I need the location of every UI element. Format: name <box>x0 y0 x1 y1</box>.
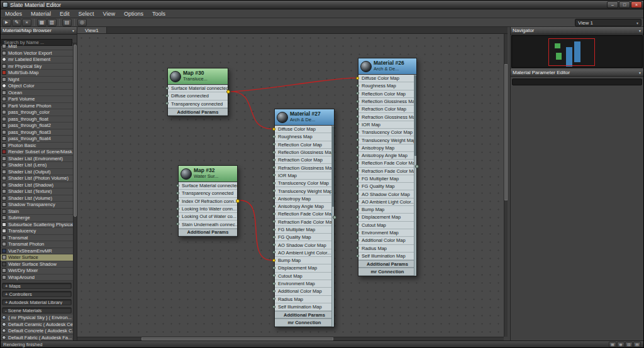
input-connector-icon[interactable] <box>272 212 275 215</box>
node-mat27[interactable]: Material #27Arch & De...Diffuse Color Ma… <box>274 109 335 327</box>
browser-item-subsurface-scattering-physical[interactable]: Subsurface Scattering Physical <box>1 222 73 229</box>
node-slot-diffuse-connected[interactable]: Diffuse connected <box>168 92 228 100</box>
browser-item-shader-list-output[interactable]: Shader List (Output) <box>1 169 73 176</box>
browser-item-shader-list-lens[interactable]: Shader List (Lens) <box>1 162 73 169</box>
browser-scrollbar-thumb[interactable] <box>74 45 77 217</box>
connection-wire[interactable] <box>231 78 355 91</box>
node-slot-fg-multiplier-map[interactable]: FG Multiplier Map <box>358 175 416 183</box>
node-slot-fg-multiplier-map[interactable]: FG Multiplier Map <box>275 226 334 234</box>
node-slot-roughness-map[interactable]: Roughness Map <box>358 82 416 90</box>
node-slot-reflection-glossiness-map[interactable]: Reflection Glossiness Map <box>358 98 416 106</box>
node-slot-translucency-color-map[interactable]: Translucency Color Map <box>358 129 416 136</box>
input-connector-icon[interactable] <box>176 215 179 218</box>
node-slot-ior-map[interactable]: IOR Map <box>358 121 416 129</box>
browser-item-object-color[interactable]: Object Color <box>1 83 73 90</box>
parameter-editor-panel-header[interactable]: Material Parameter Editor ▼ <box>511 69 643 77</box>
node-slot-reflection-color-map[interactable]: Reflection Color Map <box>358 90 416 98</box>
node-slot-surface-material-connected[interactable]: Surface Material connected <box>179 182 237 190</box>
browser-item-submerge[interactable]: Submerge <box>1 215 73 222</box>
maximize-button[interactable]: □ <box>619 1 630 8</box>
node-slot-diffuse-color-map[interactable]: Diffuse Color Map <box>358 75 416 82</box>
node-slot-translucency-weight-map[interactable]: Translucency Weight Map <box>358 136 416 144</box>
view-tab-view1[interactable]: View1 <box>77 27 107 33</box>
browser-item-stain[interactable]: Stain <box>1 209 73 215</box>
input-connector-icon[interactable] <box>356 131 359 134</box>
input-connector-icon[interactable] <box>356 154 359 157</box>
node-slot-cutout-map[interactable]: Cutout Map <box>358 222 416 229</box>
node-slot-environment-map[interactable]: Environment Map <box>275 280 334 288</box>
node-slot-additional-color-map[interactable]: Additional Color Map <box>358 237 416 244</box>
browser-item-pass-through-float4[interactable]: pass_through_float4 <box>1 136 73 143</box>
node-footer-additional-params[interactable]: Additional Params <box>168 108 228 116</box>
input-connector-icon[interactable] <box>272 182 275 185</box>
node-slot-transparency-connected[interactable]: Transparency connected <box>179 190 237 197</box>
connection-wire[interactable] <box>231 92 272 129</box>
node-slot-displacement-map[interactable]: Displacement Map <box>358 214 416 221</box>
menu-options[interactable]: Options <box>119 9 148 18</box>
node-map30[interactable]: Map #30Transluce...Surface Material conn… <box>167 68 228 116</box>
input-connector-icon[interactable] <box>356 177 359 180</box>
menu-select[interactable]: Select <box>74 9 99 18</box>
canvas-vertical-scrollbar[interactable] <box>504 34 508 337</box>
minimize-button[interactable]: – <box>607 1 618 8</box>
node-slot-fg-quality-map[interactable]: FG Quality Map <box>358 183 416 190</box>
browser-item-ocean[interactable]: Ocean <box>1 90 73 97</box>
input-connector-icon[interactable] <box>272 282 275 285</box>
browser-item-pass-through-float[interactable]: pass_through_float <box>1 116 73 123</box>
titlebar[interactable]: Slate Material Editor – □ × <box>1 1 643 9</box>
node-slot-transparency-connected[interactable]: Transparency connected <box>168 101 228 108</box>
node-footer-mr-connection[interactable]: mr Connection <box>275 318 334 326</box>
input-connector-icon[interactable] <box>272 151 275 154</box>
input-connector-icon[interactable] <box>165 87 169 90</box>
browser-item-translucency[interactable]: Translucency <box>1 228 73 235</box>
node-slot-reflection-fade-color-map[interactable]: Reflection Fade Color Map <box>358 160 416 167</box>
browser-item-pass-through-float3[interactable]: pass_through_float3 <box>1 129 73 136</box>
node-slot-ao-shadow-color-map[interactable]: AO Shadow Color Map <box>358 190 416 198</box>
input-connector-icon[interactable] <box>272 305 275 308</box>
node-slot-surface-material-connected[interactable]: Surface Material connected <box>168 85 228 92</box>
menu-modes[interactable]: Modes <box>1 9 26 18</box>
input-connector-icon[interactable] <box>272 290 275 293</box>
browser-section-maps[interactable]: + Maps <box>2 283 72 289</box>
input-connector-icon[interactable] <box>165 94 169 97</box>
browser-item-multi-sub-map[interactable]: Multi/Sub-Map <box>1 70 73 77</box>
minimap-view-rect[interactable] <box>548 38 595 66</box>
input-connector-icon[interactable] <box>176 192 179 195</box>
close-button[interactable]: × <box>631 1 642 8</box>
node-slot-refraction-color-map[interactable]: Refraction Color Map <box>358 106 416 113</box>
node-slot-self-illumination-map[interactable]: Self Illumination Map <box>275 303 334 311</box>
browser-item-shader-list-shadow[interactable]: Shader List (Shadow) <box>1 182 73 189</box>
node-scrollbar[interactable] <box>414 75 416 276</box>
browser-item-photon-basic[interactable]: Photon Basic <box>1 143 73 150</box>
node-slot-refraction-color-map[interactable]: Refraction Color Map <box>275 156 334 164</box>
parameter-editor-field[interactable] <box>512 79 642 85</box>
browser-section-autodesk-material-library[interactable]: + Autodesk Material Library <box>2 299 72 305</box>
canvas-vscroll-thumb[interactable] <box>504 64 508 200</box>
input-connector-icon[interactable] <box>272 158 275 161</box>
input-connector-icon[interactable] <box>272 228 275 231</box>
input-connector-icon[interactable] <box>272 135 275 138</box>
node-slot-refraction-glossiness-map[interactable]: Refraction Glossiness Map <box>275 164 334 171</box>
scene-material-default-ceramic-autodesk-ce[interactable]: Default Ceramic ( Autodesk Ce... <box>1 322 73 329</box>
zoom-tool-button[interactable]: ◎ <box>77 19 87 26</box>
browser-item-mr-physical-sky[interactable]: mr Physical Sky <box>1 63 73 70</box>
browser-item-transmat[interactable]: Transmat <box>1 235 73 242</box>
node-slot-cutout-map[interactable]: Cutout Map <box>275 273 334 280</box>
browser-item-shadow-transparency[interactable]: Shadow Transparency <box>1 202 73 209</box>
navigator-panel-header[interactable]: Navigator ▼ <box>511 27 643 35</box>
node-scrollbar-thumb[interactable] <box>332 126 334 207</box>
input-connector-icon[interactable] <box>356 185 359 188</box>
node-footer-additional-params[interactable]: Additional Params <box>275 311 334 318</box>
node-slot-looking-out-of-water-co[interactable]: Looking Out of Water co... <box>179 213 237 220</box>
node-slot-additional-color-map[interactable]: Additional Color Map <box>275 288 334 295</box>
menu-view[interactable]: View <box>99 9 119 18</box>
layout-children-tool-button[interactable]: ▥ <box>47 19 57 26</box>
input-connector-icon[interactable] <box>356 239 359 242</box>
node-header[interactable]: Material #27Arch & De... <box>275 109 334 126</box>
node-slot-environment-map[interactable]: Environment Map <box>358 229 416 237</box>
node-header[interactable]: Map #32Water Sur... <box>179 166 237 182</box>
browser-item-vue7xstreamenvmr[interactable]: Vue7xStreamEnvMR <box>1 248 73 255</box>
node-slot-anisotropy-map[interactable]: Anisotropy Map <box>358 144 416 152</box>
node-slot-ao-ambient-light-color[interactable]: AO Ambient Light Color... <box>358 198 416 206</box>
input-connector-icon[interactable] <box>356 208 359 211</box>
